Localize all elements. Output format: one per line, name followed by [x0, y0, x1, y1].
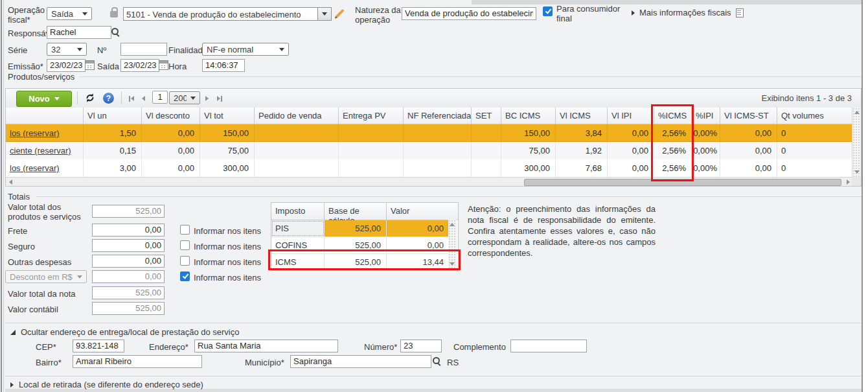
- col-header-p-icms[interactable]: %ICMS: [654, 108, 692, 124]
- col-header-vl-icms-st[interactable]: Vl ICMS-ST: [720, 108, 777, 124]
- responsavel-input[interactable]: [47, 26, 111, 39]
- desconto-tipo-select[interactable]: Desconto em R$: [5, 270, 87, 283]
- first-page-button[interactable]: [129, 93, 134, 104]
- first-page-icon: [131, 96, 134, 101]
- next-page-button[interactable]: [205, 93, 209, 104]
- col-header-vl-desconto[interactable]: Vl desconto: [142, 108, 200, 124]
- col-header-pedido-de-venda[interactable]: Pedido de venda: [255, 108, 339, 124]
- serie-select[interactable]: 32: [47, 43, 87, 56]
- para-consumidor-checkbox[interactable]: [543, 6, 553, 16]
- item-link[interactable]: ciente (reservar): [10, 146, 71, 156]
- saida-data-input[interactable]: [120, 59, 159, 72]
- emissao-input[interactable]: [47, 59, 86, 72]
- seguro-informar-checkbox[interactable]: [180, 240, 190, 250]
- col-header-vl-tot[interactable]: Vl tot: [200, 108, 255, 124]
- complemento-input[interactable]: [510, 340, 587, 352]
- last-page-button[interactable]: [217, 93, 222, 104]
- scroll-down-arrow-icon[interactable]: [854, 170, 860, 174]
- scroll-left-arrow-icon[interactable]: [9, 179, 12, 185]
- bairro-input[interactable]: [73, 355, 202, 368]
- col-header-p-ipi[interactable]: %IPI: [692, 108, 720, 124]
- cep-input[interactable]: [73, 340, 124, 352]
- table-row[interactable]: los (reservar) 1,50 0,00 150,00 150,00 3…: [6, 124, 853, 142]
- cell-vl-ipi: 0,00: [608, 124, 654, 142]
- item-link[interactable]: los (reservar): [10, 163, 60, 173]
- table-vertical-scrollbar[interactable]: [852, 108, 861, 177]
- scroll-up-arrow-icon[interactable]: [854, 111, 860, 114]
- page-size-select[interactable]: 200: [169, 91, 200, 104]
- search-icon[interactable]: [433, 357, 442, 366]
- col-header-entrega-pv[interactable]: Entrega PV: [339, 108, 404, 124]
- prev-page-button[interactable]: [142, 93, 145, 104]
- novo-button[interactable]: Novo: [16, 91, 72, 107]
- scroll-up-arrow-icon[interactable]: [450, 223, 455, 226]
- desconto-informar-checkbox[interactable]: [180, 271, 190, 281]
- imposto-nome: COFINS: [271, 237, 325, 253]
- col-header-item[interactable]: [6, 108, 84, 124]
- frete-informar-checkbox[interactable]: [180, 225, 190, 235]
- scroll-down-arrow-icon[interactable]: [450, 262, 455, 266]
- ocultar-endereco-toggle[interactable]: Ocultar endereço de entrega/local de pre…: [10, 327, 239, 337]
- scroll-right-arrow-icon[interactable]: [847, 179, 850, 185]
- seguro-informar-label: Informar nos itens: [194, 242, 261, 251]
- numero-endereco-input[interactable]: [400, 340, 442, 352]
- col-header-nf-referenciada[interactable]: NF Referenciada: [404, 108, 472, 124]
- table-row[interactable]: ciente (reservar) 0,15 0,00 75,00 75,00 …: [6, 142, 853, 159]
- cell-qt-volumes: 0: [777, 142, 853, 159]
- search-icon[interactable]: [111, 28, 120, 37]
- uf-value: RS: [447, 358, 459, 367]
- desconto-input[interactable]: [92, 270, 165, 283]
- ocultar-endereco-label: Ocultar endereço de entrega/local de pre…: [21, 327, 239, 337]
- col-header-vl-icms[interactable]: Vl ICMS: [556, 108, 608, 124]
- cfop-dropdown-button[interactable]: [317, 8, 331, 20]
- refresh-icon[interactable]: [85, 93, 95, 103]
- col-header-vl-un[interactable]: Vl un: [84, 108, 142, 124]
- frete-input[interactable]: [92, 224, 165, 236]
- edit-pencil-icon[interactable]: [336, 9, 344, 17]
- col-header-vl-ipi[interactable]: Vl IPI: [608, 108, 654, 124]
- mais-informacoes-fiscais-toggle[interactable]: Mais informações fiscais: [632, 8, 744, 17]
- table-row[interactable]: los (reservar) 3,00 0,00 300,00 300,00 7…: [6, 159, 853, 177]
- outras-despesas-input[interactable]: [92, 255, 165, 268]
- prev-page-icon: [142, 96, 145, 101]
- imposto-row-icms[interactable]: ICMS 525,00 13,44: [271, 254, 458, 270]
- totais-section-rule: [36, 196, 862, 197]
- natureza-operacao-input[interactable]: [402, 7, 536, 20]
- imposto-row-pis[interactable]: PIS 525,00 0,00: [271, 220, 458, 237]
- col-header-bc-icms[interactable]: BC ICMS: [501, 108, 556, 124]
- col-header-qt-volumes[interactable]: Qt volumes: [777, 108, 853, 124]
- cell-vl-tot: 150,00: [200, 124, 255, 142]
- outras-informar-checkbox[interactable]: [180, 256, 190, 266]
- cell-pedido: [255, 124, 339, 142]
- help-icon[interactable]: ?: [103, 93, 114, 104]
- imposto-row-cofins[interactable]: COFINS 525,00 0,00: [271, 237, 458, 254]
- desconto-informar-label: Informar nos itens: [194, 273, 261, 282]
- local-retirada-toggle[interactable]: Local de retirada (se diferente do ender…: [10, 380, 203, 389]
- seguro-input[interactable]: [92, 239, 165, 252]
- endereco-input[interactable]: [194, 340, 338, 352]
- valor-total-produtos-input[interactable]: [92, 205, 165, 218]
- cell-vl-icms-st: 0,00: [720, 124, 777, 142]
- municipio-input[interactable]: [290, 355, 431, 368]
- horizontal-scroll-thumb[interactable]: [524, 179, 841, 186]
- finalidade-select[interactable]: NF-e normal: [202, 43, 289, 56]
- tipo-operacao-select[interactable]: Saída: [47, 7, 92, 20]
- products-grid: Novo ?: [5, 88, 862, 187]
- hora-input[interactable]: [202, 59, 245, 72]
- cell-vl-icms: 1,92: [556, 142, 608, 159]
- numero-input[interactable]: [120, 43, 167, 56]
- cfop-value: 5101 - Venda de produção do estabelecime…: [124, 8, 317, 20]
- impostos-scrollbar[interactable]: [448, 220, 457, 269]
- cell-vl-un: 3,00: [84, 159, 142, 177]
- finalidade-value: NF-e normal: [207, 45, 253, 54]
- valor-total-nota-input[interactable]: [92, 286, 165, 299]
- imposto-base: 525,00: [325, 237, 387, 253]
- calendar-icon[interactable]: [85, 60, 95, 70]
- item-link[interactable]: los (reservar): [10, 128, 60, 138]
- page-number-input[interactable]: [152, 91, 168, 104]
- cfop-combobox[interactable]: 5101 - Venda de produção do estabelecime…: [123, 7, 332, 21]
- valor-contabil-input[interactable]: [92, 302, 165, 315]
- col-header-set[interactable]: SET: [472, 108, 501, 124]
- table-horizontal-scrollbar[interactable]: [6, 177, 853, 186]
- calendar-icon[interactable]: [159, 60, 168, 70]
